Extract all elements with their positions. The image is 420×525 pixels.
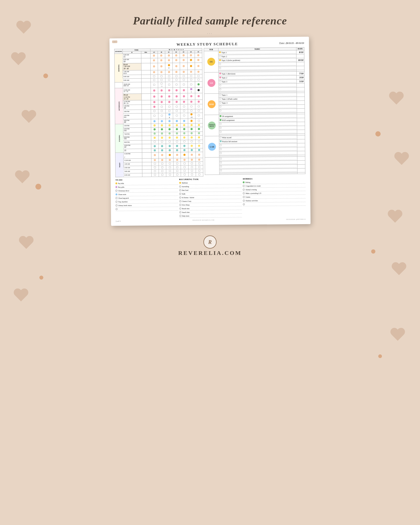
- dot-cell: [173, 109, 180, 113]
- time-100pm: 1:00 PM30: [123, 105, 142, 110]
- dot-cell: [195, 109, 202, 113]
- task-text-baking: Baking: [245, 181, 306, 183]
- list-item: Help mom: [179, 214, 242, 217]
- h-cell: [142, 169, 151, 173]
- task-text-cleanbag: Clean bag-pack: [118, 197, 178, 199]
- dot-cell: [181, 148, 188, 152]
- dot-cell: [165, 82, 173, 88]
- dot-cell: [151, 124, 158, 127]
- task-text-walk: Walk: [182, 192, 242, 195]
- list-item: Break time: [179, 207, 242, 210]
- h-cell: [141, 78, 151, 82]
- dot-cell: [151, 93, 158, 100]
- dot-cell: [151, 105, 158, 110]
- time-1000am: 10:00 AMOO 14: [123, 82, 141, 88]
- dot-cell: [158, 93, 165, 100]
- dot-cell: [165, 53, 172, 58]
- dot-cell: [158, 109, 166, 113]
- list-item: Games: [243, 195, 306, 198]
- h-cell: [142, 173, 151, 177]
- dot-cell: [174, 158, 181, 162]
- dot-cell: [166, 119, 173, 124]
- task-text-games: Games: [246, 196, 306, 198]
- h-cell: [141, 82, 151, 88]
- dot-cell: [188, 162, 196, 165]
- time-200am: 2:00 AM: [124, 166, 142, 170]
- assign-rate1: [297, 114, 305, 118]
- dot-cell: [151, 127, 158, 132]
- session-spacer: [115, 82, 123, 88]
- session-evening: EVENING: [115, 124, 123, 153]
- task-check-journaling-lo: [243, 192, 245, 194]
- table-row-break: Break 7:00 AM 30 40 m: [114, 63, 202, 71]
- dot-cell: PB: [158, 82, 165, 88]
- dot-cell: [173, 104, 180, 109]
- recurring-title: RECURRING TASK: [179, 178, 242, 181]
- dot-cell: [174, 169, 181, 173]
- recurring-col: RECURRING TASK Meditate Journaling Diet …: [179, 178, 242, 218]
- dot-cell: [159, 158, 166, 162]
- dot-cell: [195, 63, 202, 70]
- assign-rate-empty3: [297, 130, 305, 134]
- dot-cell: [166, 166, 174, 169]
- task-text-classes: Classes if any: [182, 200, 242, 202]
- lab-circle: LAB: [208, 143, 216, 151]
- list-item: 3 ingredient ice cream: [243, 184, 306, 187]
- rad-rate2: [297, 97, 304, 101]
- dot-cell: [173, 132, 181, 135]
- dot-cell: [188, 93, 195, 100]
- brand-footer: R REVERELIA.COM: [0, 233, 420, 262]
- task-check-icecream: [243, 185, 245, 187]
- list-item: Baking: [243, 180, 306, 184]
- task-check-walk: [179, 193, 181, 195]
- time-900pm: 9:00 PM: [123, 140, 142, 144]
- dot-cell: [196, 162, 203, 165]
- dot-cell: [180, 104, 188, 109]
- os-label: OS: [204, 51, 219, 72]
- session-morning: MORNING: [114, 54, 123, 82]
- doc-date: Date: 29/11/21 - 05/12/21: [279, 41, 304, 45]
- dot-cell: [151, 88, 158, 93]
- rad-rate-empty1: [297, 104, 305, 108]
- schedule-wrapper: SESSIONS TIME M T W T F S S H Min 2.9 30…: [114, 47, 305, 177]
- h-cell: [142, 166, 151, 169]
- dot-cell: [173, 144, 181, 149]
- time-500pm: 5:00 PM: [123, 124, 142, 128]
- dot-cell: [187, 78, 195, 82]
- dot-cell: [166, 132, 173, 135]
- list-item: [243, 202, 306, 206]
- dot-cell: [181, 140, 188, 144]
- schedule-grid: SESSIONS TIME M T W T F S S H Min 2.9 30…: [114, 48, 203, 177]
- task-text-animalcross: Animal crossing: [245, 188, 306, 191]
- dot-cell: [158, 132, 166, 136]
- dot-cell: [158, 88, 165, 93]
- dot-cell: [173, 149, 181, 152]
- task-check-animalcross: [243, 189, 245, 191]
- list-item: Meditate: [179, 181, 242, 184]
- assign-rate2: [297, 118, 305, 122]
- lab-rate-empty3: [297, 151, 305, 155]
- dot-cell: [159, 169, 166, 173]
- dot-cell: [150, 78, 158, 82]
- h-cell: [142, 158, 151, 162]
- task-text-snack: Snack time: [182, 211, 242, 213]
- todo-title: TO-DO: [116, 178, 178, 181]
- deco-heart-11: [390, 328, 406, 343]
- table-row: 4:00 AM: [116, 173, 203, 177]
- table-row: NIGHT 11:00 PMJ: [115, 152, 203, 159]
- dot-cell: [181, 132, 188, 135]
- dot-cell: [151, 169, 159, 173]
- time-800pm: 8:00 PMOO: [123, 136, 142, 140]
- task-text-helpmom: Help mom: [182, 214, 242, 217]
- dot-cell: [188, 169, 196, 173]
- time-1000pm-2: 35: [123, 149, 142, 153]
- dot-cell: [150, 53, 158, 58]
- h-cell: [142, 153, 151, 159]
- dot-cell: [158, 75, 165, 78]
- dot-cell: [166, 144, 173, 149]
- dot-cell: [180, 82, 187, 87]
- dot-cell: [158, 100, 165, 105]
- list-item: Outdoor activities: [243, 199, 306, 202]
- dot-cell: [188, 140, 195, 144]
- os-rate-empty1: [296, 62, 304, 66]
